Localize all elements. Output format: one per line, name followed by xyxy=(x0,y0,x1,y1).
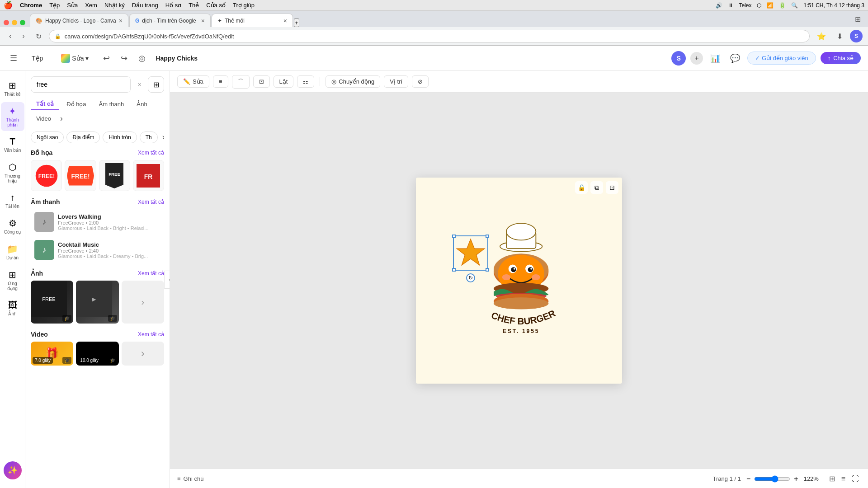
sidebar-item-brand[interactable]: ⬡ Thương hiệu xyxy=(1,158,24,187)
toolbar-motion-btn[interactable]: ◎ Chuyển động xyxy=(326,75,380,88)
toolbar-position-btn[interactable]: Vị trí xyxy=(384,75,408,88)
download-btn[interactable]: ⬇ xyxy=(833,30,846,42)
sidebar-item-upload[interactable]: ↑ Tải lên xyxy=(1,189,24,212)
filter-more-chip[interactable]: Th xyxy=(140,131,158,143)
forward-button[interactable]: › xyxy=(19,30,28,42)
rotate-handle[interactable]: ↻ xyxy=(466,273,475,282)
toolbar-filter-btn[interactable]: ⊘ xyxy=(412,75,429,88)
tab-canva[interactable]: 🎨 Happy Chicks - Logo - Canva × xyxy=(30,14,128,27)
menu-window[interactable]: Cửa sổ xyxy=(206,2,226,9)
notes-button[interactable]: ≡ Ghi chú xyxy=(177,475,203,482)
tab-canva-close[interactable]: × xyxy=(119,17,123,24)
close-window-btn[interactable] xyxy=(4,20,9,25)
tab-graphics[interactable]: Đồ họa xyxy=(61,98,91,110)
menu-view[interactable]: Xem xyxy=(85,2,97,9)
chart-icon-btn[interactable]: 📊 xyxy=(708,51,723,66)
maximize-window-btn[interactable] xyxy=(20,20,25,25)
sidebar-item-apps[interactable]: ⊞ Ứng dụng xyxy=(1,266,24,295)
tab-audio[interactable]: Âm thanh xyxy=(94,98,130,110)
video-item-2[interactable]: 10.0 giây 🎓 xyxy=(76,342,118,366)
filter-button[interactable]: ⊞ xyxy=(148,76,164,93)
graphic-item-2[interactable]: FREE! xyxy=(65,160,96,191)
back-button[interactable]: ‹ xyxy=(5,30,15,42)
list-view-btn[interactable]: ≡ xyxy=(840,473,847,485)
toolbar-lines-btn[interactable]: ≡ xyxy=(213,75,228,88)
music-item-1[interactable]: ♪ Lovers Walking FreeGroove • 2:00 Glamo… xyxy=(31,209,164,235)
video-more-icon[interactable]: › xyxy=(141,347,145,360)
clear-search-icon[interactable]: × xyxy=(138,81,142,88)
toolbar-curve-btn[interactable]: ⌒ xyxy=(232,75,250,89)
graphic-item-1[interactable]: FREE! xyxy=(31,160,62,191)
add-collaborator-button[interactable]: + xyxy=(690,52,703,65)
tab-photos[interactable]: Ảnh xyxy=(131,98,152,110)
bookmark-btn[interactable]: ⭐ xyxy=(813,30,830,42)
tab-new[interactable]: ✦ Thẻ mới × xyxy=(212,14,293,27)
photo-item-1[interactable]: FREE 🎓 xyxy=(31,281,73,323)
toolbar-crop-btn[interactable]: ⊡ xyxy=(253,75,270,88)
comment-icon-btn[interactable]: 💬 xyxy=(727,51,743,66)
video-item-arrow[interactable]: › xyxy=(122,342,164,366)
minimize-window-btn[interactable] xyxy=(12,20,17,25)
browser-profile-avatar[interactable]: S xyxy=(850,30,863,42)
menu-edit[interactable]: Sửa xyxy=(67,2,78,9)
sidebar-item-text[interactable]: T Văn bản xyxy=(1,133,24,156)
search-menubar-icon[interactable]: 🔍 xyxy=(791,2,798,9)
fullscreen-btn[interactable]: ⛶ xyxy=(850,473,861,485)
grid-view-btn[interactable]: ⊞ xyxy=(827,473,837,485)
hamburger-menu[interactable]: ☰ xyxy=(7,51,20,66)
sidebar-item-design[interactable]: ⊞ Thiết kê xyxy=(1,76,24,100)
undo-redo-button[interactable]: Sửa ▾ xyxy=(55,51,95,66)
sidebar-item-elements[interactable]: ✦ Thành phần xyxy=(1,102,24,131)
expand-icon-btn[interactable]: ⊡ xyxy=(606,181,618,194)
undo-button[interactable]: ↩ xyxy=(100,51,113,66)
browser-extend-btn[interactable]: ⊞ xyxy=(851,13,864,25)
menu-tabs[interactable]: Thẻ xyxy=(189,2,199,9)
share-button[interactable]: ↑ Chia sẻ xyxy=(821,52,861,64)
menu-file[interactable]: Tệp xyxy=(49,2,60,9)
zoom-out-btn[interactable]: − xyxy=(746,475,750,483)
toolbar-pattern-btn[interactable]: ⚏ xyxy=(297,75,314,88)
video-item-1[interactable]: 🎁 7.0 giây 🎓 xyxy=(31,342,73,366)
search-input[interactable] xyxy=(31,76,131,93)
file-button[interactable]: Tệp xyxy=(25,52,49,65)
sidebar-item-ai[interactable]: ✨ xyxy=(4,461,22,479)
menu-history[interactable]: Nhật ký xyxy=(104,2,125,9)
publish-button[interactable]: ◎ xyxy=(136,51,148,66)
graphic-item-3[interactable]: FREE xyxy=(99,160,130,191)
graphic-item-4[interactable]: FR xyxy=(133,160,164,191)
photos-more-icon[interactable]: › xyxy=(141,297,144,307)
menu-bookmarks[interactable]: Dấu trang xyxy=(132,2,158,9)
menu-help[interactable]: Trợ giúp xyxy=(233,2,255,9)
graphics-see-all[interactable]: Xem tất cả xyxy=(138,150,164,156)
filter-arrow-icon[interactable]: › xyxy=(160,131,164,144)
tab-google[interactable]: G dịch - Tìm trên Google × xyxy=(129,14,211,27)
reload-button[interactable]: ↻ xyxy=(32,30,45,42)
collapse-panel-btn[interactable]: ‹ xyxy=(164,271,170,289)
apple-icon[interactable]: 🍎 xyxy=(4,1,13,9)
more-tabs-icon[interactable]: › xyxy=(58,112,65,125)
zoom-range-input[interactable] xyxy=(754,475,790,483)
sidebar-item-tools[interactable]: ⚙ Công cụ xyxy=(1,214,24,238)
copy-icon-btn[interactable]: ⧉ xyxy=(590,181,603,194)
photo-item-2[interactable]: ▶ 🎓 xyxy=(76,281,118,323)
photos-see-all[interactable]: Xem tất cả xyxy=(138,270,164,277)
filter-circle[interactable]: Hình tròn xyxy=(103,131,137,143)
tab-google-close[interactable]: × xyxy=(201,17,205,24)
star-element[interactable]: ↻ xyxy=(453,235,488,271)
photo-item-arrow[interactable]: › xyxy=(122,281,164,323)
new-tab-button[interactable]: + xyxy=(294,19,299,27)
filter-star[interactable]: Ngôi sao xyxy=(31,131,64,143)
lock-icon-btn[interactable]: 🔒 xyxy=(575,181,588,194)
toolbar-edit-btn[interactable]: ✏️ Sửa xyxy=(177,75,209,88)
filter-location[interactable]: Địa điểm xyxy=(66,131,100,143)
sidebar-item-photos[interactable]: 🖼 Ảnh xyxy=(1,296,24,320)
canvas-page[interactable]: 🔒 ⧉ ⊡ xyxy=(416,178,622,384)
tab-all[interactable]: Tất cả xyxy=(31,98,59,110)
tab-video[interactable]: Video xyxy=(31,112,57,125)
tab-new-close[interactable]: × xyxy=(283,17,287,24)
menu-chrome[interactable]: Chrome xyxy=(20,2,42,9)
redo-button[interactable]: ↪ xyxy=(118,51,130,66)
toolbar-flip-btn[interactable]: Lật xyxy=(274,75,294,88)
url-bar[interactable]: 🔒 canva.com/design/DAGhfsBzqU0/0oNs-f5cV… xyxy=(49,30,810,42)
menu-profiles[interactable]: Hồ sơ xyxy=(165,2,182,9)
